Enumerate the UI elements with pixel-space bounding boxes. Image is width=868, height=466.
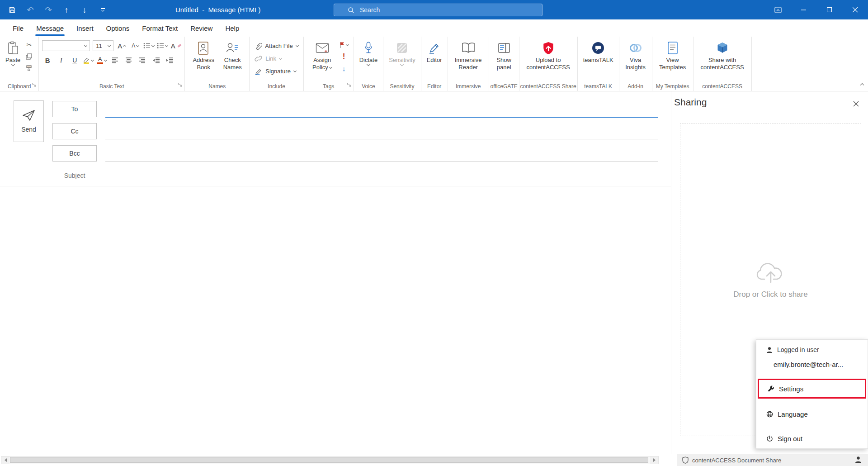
- scroll-thumb[interactable]: [10, 457, 648, 463]
- low-importance-button[interactable]: ↓: [339, 63, 349, 73]
- settings-menu-item[interactable]: Settings: [758, 379, 866, 399]
- bcc-button[interactable]: Bcc: [52, 145, 97, 162]
- align-left-button[interactable]: [110, 55, 121, 65]
- customize-quick-access-button[interactable]: [97, 4, 108, 16]
- tab-options[interactable]: Options: [100, 19, 136, 37]
- tab-message[interactable]: Message: [30, 19, 70, 37]
- dialog-launcher-icon: [32, 82, 37, 87]
- link-button[interactable]: Link: [253, 53, 300, 64]
- signature-button[interactable]: Signature: [253, 66, 300, 77]
- increase-indent-button[interactable]: [164, 55, 175, 65]
- redo-icon: ↷: [45, 6, 52, 14]
- align-center-button[interactable]: [123, 55, 134, 65]
- numbering-button[interactable]: [157, 41, 168, 51]
- assign-policy-button[interactable]: Assign Policy: [307, 38, 338, 75]
- previous-item-button[interactable]: ↑: [61, 4, 72, 16]
- share-with-contentaccess-button[interactable]: Share with contentACCESS: [697, 38, 748, 72]
- align-left-icon: [112, 57, 119, 63]
- clear-formatting-button[interactable]: A: [170, 41, 181, 51]
- copy-button[interactable]: [24, 52, 34, 62]
- bold-button[interactable]: B: [42, 55, 53, 65]
- attach-file-button[interactable]: Attach File: [253, 40, 300, 52]
- group-label-clipboard: Clipboard: [8, 83, 31, 90]
- ribbon-group-teamstalk: teamsTALK teamsTALK: [578, 37, 619, 91]
- scroll-track[interactable]: [9, 456, 650, 464]
- view-templates-button[interactable]: View Templates: [656, 38, 690, 72]
- close-button[interactable]: [842, 0, 868, 19]
- horizontal-scrollbar[interactable]: [1, 456, 659, 464]
- tab-file[interactable]: File: [6, 19, 30, 37]
- language-menu-item[interactable]: Language: [756, 408, 868, 420]
- to-button[interactable]: To: [52, 101, 97, 117]
- sensitivity-button[interactable]: Sensitivity: [387, 38, 418, 67]
- tags-dialog-launcher[interactable]: [347, 81, 352, 89]
- format-painter-button[interactable]: [24, 63, 34, 73]
- close-sharing-panel-button[interactable]: [851, 99, 861, 109]
- bullets-button[interactable]: [143, 41, 154, 51]
- shrink-font-button[interactable]: A: [130, 41, 141, 51]
- collapse-ribbon-button[interactable]: [861, 80, 863, 88]
- dictate-button[interactable]: Dictate: [357, 38, 380, 67]
- message-body-input[interactable]: [0, 186, 671, 454]
- check-names-button[interactable]: Check Names: [219, 38, 246, 72]
- decrease-indent-button[interactable]: [151, 55, 161, 65]
- align-right-button[interactable]: [137, 55, 148, 65]
- cc-button[interactable]: Cc: [52, 123, 97, 139]
- viva-insights-button[interactable]: Viva Insights: [623, 38, 649, 72]
- bcc-field[interactable]: [105, 161, 658, 162]
- ribbon-group-editor: Editor Editor: [421, 37, 448, 91]
- chevron-up-icon: [860, 83, 864, 87]
- text-highlight-button[interactable]: [83, 55, 94, 65]
- decrease-indent-icon: [152, 57, 160, 63]
- underline-button[interactable]: U: [69, 55, 80, 65]
- font-size-select[interactable]: 11: [93, 40, 113, 51]
- search-input[interactable]: Search: [334, 4, 542, 16]
- cc-field[interactable]: [105, 139, 658, 139]
- immersive-reader-button[interactable]: Immersive Reader: [451, 38, 486, 72]
- ribbon-display-options-button[interactable]: [765, 0, 791, 19]
- clipboard-dialog-launcher[interactable]: [32, 81, 37, 89]
- minimize-button[interactable]: [791, 0, 816, 19]
- basic-text-dialog-launcher[interactable]: [178, 81, 183, 89]
- teamstalk-icon: [591, 39, 605, 57]
- cut-icon: ✂: [26, 41, 32, 48]
- scroll-left-icon: [5, 458, 7, 462]
- scroll-left-button[interactable]: [1, 456, 9, 464]
- italic-button[interactable]: I: [56, 55, 66, 65]
- paste-button[interactable]: Paste: [3, 38, 23, 67]
- tab-insert[interactable]: Insert: [70, 19, 100, 37]
- redo-button[interactable]: ↷: [42, 4, 54, 16]
- account-button[interactable]: [855, 456, 862, 465]
- high-importance-button[interactable]: !: [339, 52, 349, 62]
- tab-review[interactable]: Review: [184, 19, 219, 37]
- logged-in-user-email: emily.bronte@tech-ar...: [756, 359, 868, 370]
- address-book-button[interactable]: Address Book: [188, 38, 219, 72]
- show-panel-button[interactable]: Show panel: [492, 38, 516, 72]
- next-item-button[interactable]: ↓: [79, 4, 90, 16]
- ribbon-group-sensitivity: Sensitivity Sensitivity: [383, 37, 421, 91]
- ribbon-group-addin: Viva Insights Add-in: [619, 37, 652, 91]
- scroll-right-button[interactable]: [650, 456, 658, 464]
- sign-out-menu-item[interactable]: Sign out: [756, 432, 868, 445]
- group-label-my-templates: My Templates: [656, 83, 689, 90]
- undo-icon: ↶: [27, 6, 33, 14]
- to-field[interactable]: [105, 117, 658, 118]
- save-button[interactable]: [6, 4, 18, 16]
- font-name-select[interactable]: [42, 40, 90, 51]
- maximize-button[interactable]: [816, 0, 842, 19]
- undo-button[interactable]: ↶: [24, 4, 36, 16]
- basic-text-row-1: 11 A A A: [42, 40, 181, 52]
- upload-to-contentaccess-button[interactable]: Upload to contentACCESS: [523, 38, 574, 72]
- subject-label: Subject: [52, 172, 97, 179]
- share-cube-icon: [716, 39, 729, 57]
- align-right-icon: [139, 57, 146, 63]
- tab-format-text[interactable]: Format Text: [136, 19, 184, 37]
- teamstalk-button[interactable]: teamsTALK: [581, 38, 616, 65]
- font-color-button[interactable]: A: [96, 55, 107, 65]
- cut-button[interactable]: ✂: [24, 40, 34, 50]
- tab-help[interactable]: Help: [219, 19, 245, 37]
- send-button[interactable]: Send: [14, 100, 44, 142]
- follow-up-flag-button[interactable]: [339, 40, 349, 50]
- grow-font-button[interactable]: A: [116, 41, 127, 51]
- editor-button[interactable]: Editor: [425, 38, 444, 65]
